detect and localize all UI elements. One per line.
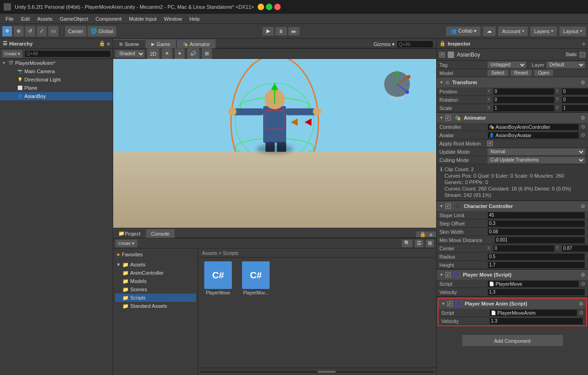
lock-icon[interactable]: 🔒 (99, 40, 105, 46)
apply-root-motion-checkbox[interactable] (487, 141, 493, 146)
scale-tool[interactable]: ⤢ (36, 26, 47, 37)
position-x-input[interactable] (493, 88, 555, 95)
height-input[interactable] (487, 261, 585, 269)
menu-mobile-input[interactable]: Mobile Input (125, 15, 160, 23)
pm-script-field[interactable]: 📄 PlayerMove (487, 280, 579, 288)
culling-mode-select[interactable]: Cull Update Transforms (487, 156, 585, 164)
assets-scenes-item[interactable]: 📁 Scenes (115, 285, 196, 294)
controller-circle-icon[interactable]: ⊙ (581, 124, 585, 130)
radius-input[interactable] (487, 253, 585, 260)
columns-button[interactable]: ⊞ (426, 239, 434, 248)
scale-x-input[interactable] (493, 104, 555, 112)
asset-playermovanim[interactable]: C# PlayerMov... (240, 261, 272, 295)
shade-select[interactable]: Shaded (115, 50, 145, 58)
pma-enabled-checkbox[interactable] (447, 301, 453, 306)
play-button[interactable]: ▶ (262, 27, 274, 36)
select-button[interactable]: Select (487, 69, 508, 76)
character-controller-header[interactable]: ▼ ⬛ Character Controller ⚙ (437, 201, 588, 211)
static-checkbox[interactable] (580, 52, 585, 58)
inspector-lock-icon[interactable]: 🔒 (439, 40, 446, 46)
menu-help[interactable]: Help (185, 15, 203, 23)
account-dropdown[interactable]: Account ▾ (498, 26, 528, 36)
fx-button[interactable]: ✦ (174, 48, 185, 59)
tab-game[interactable]: ▶ Game (145, 39, 176, 48)
menu-edit[interactable]: Edit (17, 15, 34, 23)
animator-enabled-checkbox[interactable] (445, 115, 451, 121)
hierarchy-item-root[interactable]: ▼ 🎬 PlayerMoveAnim* (0, 59, 113, 67)
scale-y-input[interactable] (561, 104, 588, 112)
rotation-x-input[interactable] (493, 96, 555, 104)
step-button[interactable]: ⏭ (288, 27, 300, 36)
pm-settings-icon[interactable]: ⚙ (581, 272, 585, 278)
rect-tool[interactable]: ▭ (48, 26, 59, 37)
revert-button[interactable]: Revert (510, 69, 532, 76)
player-move-header[interactable]: ▼ Player Move (Script) ⚙ (437, 270, 588, 280)
slope-limit-input[interactable] (487, 212, 585, 219)
pma-script-circle[interactable]: ⊙ (579, 310, 583, 316)
scene-extra-button[interactable]: ⊞ (202, 48, 212, 59)
hierarchy-search[interactable] (24, 50, 111, 58)
layer-select[interactable]: Default (546, 61, 585, 69)
rotation-y-input[interactable] (561, 96, 588, 104)
position-y-input[interactable] (561, 88, 588, 95)
filter-button[interactable]: ☰ (415, 239, 424, 248)
add-component-button[interactable]: Add Component (462, 335, 563, 346)
tab-project[interactable]: 📁 Project (113, 229, 145, 238)
center-y-input[interactable] (561, 245, 588, 252)
pma-velocity-input[interactable] (489, 317, 583, 325)
assets-item[interactable]: ▼ 📁 Assets (115, 260, 196, 269)
tab-scene[interactable]: ⊞ Scene (113, 39, 145, 48)
avatar-field[interactable]: 👤 AsianBoyAvatar (487, 132, 579, 139)
animator-header[interactable]: ▼ 🎭 Animator ⚙ (437, 113, 588, 123)
inspector-menu-icon[interactable]: ≡ (582, 41, 585, 46)
panel-menu-icon[interactable]: 🔒 (418, 231, 428, 237)
cc-enabled-checkbox[interactable] (445, 203, 451, 209)
min-move-input[interactable] (494, 237, 585, 244)
cloud-button[interactable]: ☁ (483, 26, 496, 36)
hand-tool[interactable]: ✥ (2, 26, 12, 37)
global-button[interactable]: 🌐 Global (87, 26, 116, 37)
assets-scrollbar[interactable] (198, 368, 436, 375)
scene-view[interactable]: Persp (113, 59, 436, 228)
object-enabled-checkbox[interactable] (439, 52, 445, 58)
open-button[interactable]: Open (534, 69, 553, 76)
center-button[interactable]: Center (65, 26, 86, 37)
layers-dropdown[interactable]: Layers ▾ (530, 26, 557, 36)
2d-button[interactable]: 2D (147, 48, 160, 59)
tab-animator[interactable]: 🎭 Animator (177, 39, 216, 48)
gizmos-label[interactable]: Gizmos ▾ (374, 41, 395, 47)
transform-settings-icon[interactable]: ⚙ (581, 80, 585, 86)
menu-assets[interactable]: Assets (34, 15, 56, 23)
favorites-item[interactable]: ★ Favorites (115, 250, 196, 259)
tag-select[interactable]: Untagged (487, 61, 526, 69)
pma-settings-icon[interactable]: ⚙ (579, 301, 583, 307)
pma-script-field[interactable]: 📄 PlayerMoveAnim (489, 309, 577, 317)
tab-console[interactable]: Console (146, 229, 174, 238)
controller-field[interactable]: 🎭 AsianBoyAnimController (487, 123, 579, 131)
search-button[interactable]: 🔍 (402, 239, 413, 248)
transform-header[interactable]: ▼ ⊞ Transform ⚙ (437, 77, 588, 87)
audio-button[interactable]: 🔊 (187, 48, 200, 59)
hierarchy-menu-icon[interactable]: ≡ (107, 41, 110, 46)
hierarchy-item-camera[interactable]: 📷 Main Camera (0, 67, 113, 75)
move-tool[interactable]: ⊕ (13, 26, 24, 37)
scene-search[interactable] (397, 40, 433, 48)
panel-extra-icon[interactable]: ≡ (428, 232, 434, 237)
hierarchy-item-light[interactable]: 💡 Directional Light (0, 75, 113, 84)
player-move-anim-header[interactable]: ▼ Player Move Anim (Script) ⚙ (438, 299, 586, 309)
rotate-tool[interactable]: ↺ (25, 26, 35, 37)
hierarchy-item-asianboy[interactable]: 👤 AsianBoy (0, 92, 113, 100)
lighting-button[interactable]: ☀ (161, 48, 173, 59)
menu-gameobject[interactable]: GameObject (56, 15, 92, 23)
assets-models-item[interactable]: 📁 Models (115, 277, 196, 285)
cc-settings-icon[interactable]: ⚙ (581, 203, 585, 209)
maximize-button[interactable] (266, 4, 272, 10)
menu-file[interactable]: File (2, 15, 17, 23)
menu-window[interactable]: Window (160, 15, 185, 23)
pm-velocity-input[interactable] (487, 288, 585, 296)
minimize-button[interactable] (258, 4, 264, 10)
avatar-circle-icon[interactable]: ⊙ (581, 132, 585, 138)
menu-component[interactable]: Component (92, 15, 125, 23)
pm-enabled-checkbox[interactable] (445, 272, 451, 277)
collab-button[interactable]: 👥 Collab ▾ (446, 26, 481, 36)
